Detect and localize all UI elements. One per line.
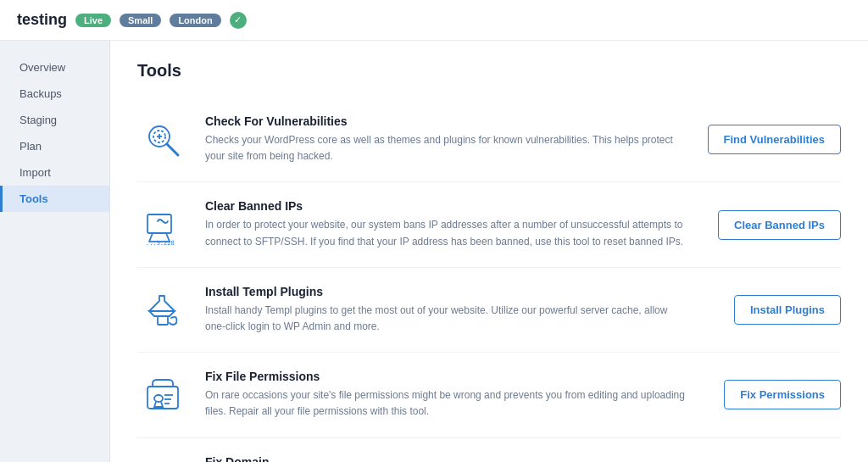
svg-point-9 [154,395,163,402]
permissions-action: Fix Permissions [705,380,841,409]
domain-info: Fix Domain After you manually import a d… [205,455,688,463]
fix-permissions-button[interactable]: Fix Permissions [724,380,841,409]
install-plugins-button[interactable]: Install Plugins [734,295,841,325]
clear-banned-ips-button[interactable]: Clear Banned IPs [718,210,841,240]
vulnerabilities-info: Check For Vulnerabilities Checks your Wo… [205,114,688,164]
svg-line-1 [167,144,178,155]
vulnerabilities-action: Find Vulnerabilities [705,125,841,154]
domain-icon [137,458,188,462]
vulnerabilities-desc: Checks your WordPress core as well as th… [205,132,688,164]
svg-rect-7 [158,316,168,325]
badge-live: Live [75,14,111,27]
permissions-desc: On rare occasions your site's file permi… [205,387,688,420]
plugins-info: Install Templ Plugins Install handy Temp… [205,285,688,335]
domain-title: Fix Domain [205,455,688,463]
banned-ips-info: Clear Banned IPs In order to protect you… [205,199,688,249]
banned-ips-title: Clear Banned IPs [205,199,688,213]
vulnerabilities-title: Check For Vulnerabilities [205,114,688,128]
find-vulnerabilities-button[interactable]: Find Vulnerabilities [708,125,841,154]
permissions-info: Fix File Permissions On rare occasions y… [205,370,688,420]
status-check-icon: ✓ [230,12,247,29]
banned-ips-icon: ...5.228 [137,203,188,247]
badge-london: London [170,14,220,27]
tool-item-permissions: Fix File Permissions On rare occasions y… [137,353,841,437]
sidebar-item-plan[interactable]: Plan [0,133,109,159]
page-title: Tools [137,61,841,81]
banned-ips-action: Clear Banned IPs [705,210,841,240]
sidebar: Overview Backups Staging Plan Import Too… [0,41,110,462]
sidebar-item-import[interactable]: Import [0,159,109,186]
tool-item-domain: Fix Domain After you manually import a d… [137,438,841,463]
permissions-icon [137,373,188,417]
svg-text:...5.228: ...5.228 [146,240,175,247]
banned-ips-desc: In order to protect your website, our sy… [205,217,688,249]
plugins-action: Install Plugins [705,295,841,325]
plugins-desc: Install handy Templ plugins to get the m… [205,303,688,335]
sidebar-item-backups[interactable]: Backups [0,81,109,107]
sidebar-item-overview[interactable]: Overview [0,54,109,81]
badge-small: Small [120,14,161,27]
sidebar-item-tools[interactable]: Tools [0,186,109,212]
tool-item-banned-ips: ...5.228 Clear Banned IPs In order to pr… [137,182,841,267]
vulnerabilities-icon [137,118,188,162]
app-layout: Overview Backups Staging Plan Import Too… [0,41,868,462]
svg-rect-5 [147,214,171,233]
tool-item-vulnerabilities: Check For Vulnerabilities Checks your Wo… [137,97,841,182]
plugins-title: Install Templ Plugins [205,285,688,298]
tool-item-plugins: Install Templ Plugins Install handy Temp… [137,268,841,353]
site-name: testing [17,11,67,29]
sidebar-item-staging[interactable]: Staging [0,107,109,133]
top-bar: testing Live Small London ✓ [0,0,868,41]
main-content: Tools Check For Vulnerabilities Checks y… [110,41,868,462]
plugins-icon [137,287,188,331]
permissions-title: Fix File Permissions [205,370,688,383]
